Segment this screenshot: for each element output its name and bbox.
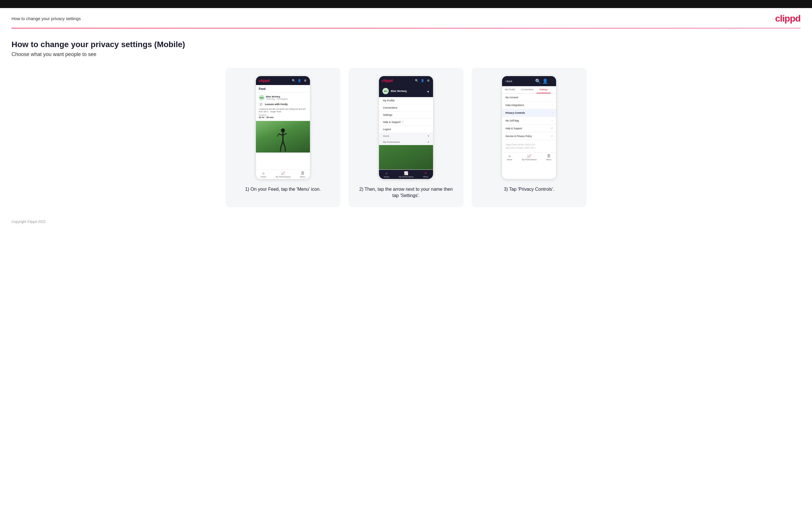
settings-item-mygolfbag[interactable]: My Golf Bag › [502, 117, 556, 125]
nav-icons-3: 🔍 👤 ⚙ [535, 78, 553, 84]
settings-list: My Account › Data Integrations › Privacy… [502, 94, 556, 152]
svg-line-3 [277, 134, 278, 137]
home-icon: ⌂ [262, 171, 264, 175]
chevron-mygolfbag: › [552, 119, 553, 122]
phone-nav-1: clippd 🔍 👤 ⚙ [256, 76, 310, 85]
copyright-text: Copyright Clippd 2022 [11, 220, 46, 224]
user-icon-2: 👤 [420, 79, 424, 83]
performance-label: My Performance [276, 176, 291, 178]
bottom-menu-1: ☰ Menu [300, 171, 305, 178]
feed-duration-val: 01 hr : 30 min [259, 116, 307, 119]
feed-username: Blair McHarg [266, 95, 288, 98]
menu-avatar: BM [383, 88, 389, 94]
home-label-3: Home [507, 159, 512, 161]
phone-logo-1: clippd [259, 78, 270, 83]
settings-item-privacycontrols[interactable]: Privacy Controls › [502, 109, 556, 117]
menu-item-myprofile: My Profile [379, 97, 433, 104]
feed-post: BM Blair McHarg Yesterday · Sunningdale … [256, 93, 310, 121]
back-button: ‹ Back [505, 80, 512, 83]
settings-label-privacypolicy: Service & Privacy Policy [506, 135, 532, 137]
home-icon-2: ⌂ [385, 171, 387, 175]
search-icon-2: 🔍 [415, 79, 419, 83]
phone-mockup-2: clippd 🔍 👤 ⚙ BM [379, 76, 433, 179]
svg-line-6 [283, 141, 285, 147]
phone-nav-2: clippd 🔍 👤 ⚙ [379, 76, 433, 85]
settings-label-mygolfbag: My Golf Bag [506, 119, 519, 122]
settings-header: ‹ Back 🔍 👤 ⚙ [502, 76, 556, 86]
step-card-3: ‹ Back 🔍 👤 ⚙ My Profile Connections Sett… [471, 68, 587, 207]
nav-icons-1: 🔍 👤 ⚙ [292, 79, 307, 83]
feed-golf-image [256, 121, 310, 153]
chevron-myaccount: › [552, 96, 553, 99]
clippd-logo: clippd [775, 13, 801, 24]
performance-label-2: My Performance [399, 176, 413, 178]
menu-icon-3: ☰ [547, 154, 550, 158]
bottom-performance-3: 📈 My Performance [522, 154, 537, 161]
phone-bottom-1: ⌂ Home 📈 My Performance ☰ Menu [256, 169, 310, 179]
feed-tab-label: Feed [256, 85, 310, 93]
search-icon-3: 🔍 [535, 79, 541, 83]
step-card-2: clippd 🔍 👤 ⚙ BM [349, 68, 463, 207]
page-subheading: Choose what you want people to see [11, 51, 801, 57]
settings-label-myaccount: My Account [506, 96, 518, 99]
settings-item-helpsupport[interactable]: Help & Support ↗ [502, 125, 556, 132]
menu-panel: BM Blair McHarg ▲ My Profile Connections… [379, 85, 433, 145]
menu-label-3: Menu [546, 159, 552, 161]
feed-duration-label: Duration [259, 114, 307, 116]
home-label-2: Home [384, 176, 389, 178]
menu-section-home-label: Home [383, 135, 389, 137]
settings-icon-2: ⚙ [426, 79, 430, 83]
phone-content-2: BM Blair McHarg ▲ My Profile Connections… [379, 85, 433, 169]
search-icon: 🔍 [292, 79, 296, 83]
feed-location: Yesterday · Sunningdale [266, 98, 288, 100]
close-icon: ✕ [424, 171, 427, 175]
tab-connections[interactable]: Connections [518, 86, 537, 93]
performance-label-3: My Performance [522, 159, 537, 161]
bottom-performance-1: 📈 My Performance [276, 171, 291, 178]
tab-myprofile[interactable]: My Profile [502, 86, 518, 93]
tab-settings[interactable]: Settings [537, 86, 551, 93]
feed-lesson-title: Lesson with Fordy [265, 103, 288, 106]
settings-label-helpsupport: Help & Support [506, 127, 522, 130]
lesson-icon: 🏌 [259, 102, 263, 107]
menu-item-logout: Logout [379, 126, 433, 133]
settings-label-dataintegrations: Data Integrations [506, 104, 524, 107]
bottom-performance-2: 📈 My Performance [399, 171, 413, 178]
chevron-privacycontrols: › [552, 111, 553, 114]
main-content: How to change your privacy settings (Mob… [0, 29, 812, 213]
menu-section-performance-chevron: ▾ [428, 141, 429, 143]
settings-item-privacypolicy[interactable]: Service & Privacy Policy ↗ [502, 132, 556, 140]
settings-label-privacycontrols: Privacy Controls [506, 111, 525, 114]
bottom-menu-3: ☰ Menu [546, 154, 552, 161]
phone-bottom-3: ⌂ Home 📈 My Performance ☰ Menu [502, 152, 556, 162]
chevron-dataintegrations: › [552, 104, 553, 107]
svg-line-5 [281, 141, 283, 147]
feed-desc: Looking to feel like my hands are exitin… [259, 108, 307, 113]
settings-icon: ⚙ [303, 79, 307, 83]
settings-icon-3: ⚙ [549, 79, 553, 83]
home-label: Home [261, 176, 266, 178]
step-1-desc: 1) On your Feed, tap the 'Menu' icon. [245, 186, 320, 192]
settings-tabs: My Profile Connections Settings [502, 86, 556, 94]
menu-chevron-up: ▲ [427, 90, 429, 93]
phone-logo-2: clippd [382, 78, 393, 83]
menu-label-2: Menu [423, 176, 428, 178]
phone-mockup-1: clippd 🔍 👤 ⚙ Feed BM Blair McHarg [256, 76, 310, 179]
step-card-1: clippd 🔍 👤 ⚙ Feed BM Blair McHarg [225, 68, 341, 207]
bottom-home-1: ⌂ Home [261, 171, 266, 178]
performance-icon-2: 📈 [404, 171, 408, 175]
phone-bottom-2: ⌂ Home 📈 My Performance ✕ Menu [379, 169, 433, 179]
top-bar [0, 0, 812, 8]
menu-section-performance-label: My Performance [383, 141, 400, 143]
header-title: How to change your privacy settings [11, 16, 81, 21]
feed-user: BM Blair McHarg Yesterday · Sunningdale [259, 95, 307, 101]
menu-item-help: Help & Support ↗ [379, 119, 433, 126]
settings-item-dataintegrations[interactable]: Data Integrations › [502, 101, 556, 109]
settings-item-myaccount[interactable]: My Account › [502, 94, 556, 101]
ext-link-privacypolicy: ↗ [551, 135, 553, 137]
svg-line-8 [285, 147, 286, 152]
nav-icons-2: 🔍 👤 ⚙ [415, 79, 430, 83]
feed-avatar: BM [259, 95, 264, 101]
ext-link-icon: ↗ [402, 121, 403, 123]
bottom-menu-2: ✕ Menu [423, 171, 428, 178]
